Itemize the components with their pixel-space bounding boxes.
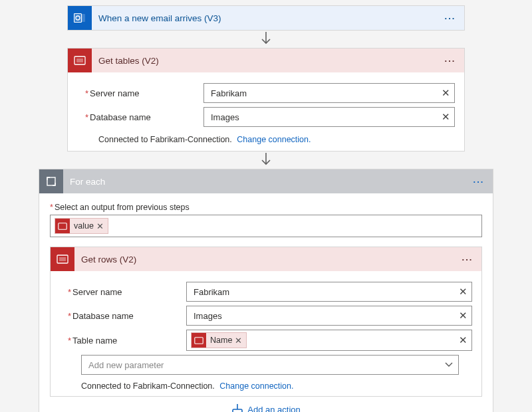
sql-icon [68, 49, 92, 72]
svg-rect-7 [47, 177, 55, 185]
server-name-label: Server name [72, 287, 122, 297]
foreach-header[interactable]: For each ··· [39, 169, 493, 193]
get-rows-title: Get rows (V2) [74, 255, 458, 264]
get-tables-menu-icon[interactable]: ··· [440, 56, 460, 66]
server-name-row: *Server name Fabrikam ✕ [60, 282, 472, 302]
arrow-icon [260, 152, 272, 169]
table-name-label: Table name [72, 336, 117, 346]
clear-icon[interactable]: ✕ [442, 111, 450, 123]
add-parameter-dropdown[interactable]: Add new parameter [81, 355, 459, 375]
server-name-label: Server name [90, 88, 139, 98]
trigger-header[interactable]: When a new email arrives (V3) ··· [68, 6, 464, 30]
connection-status: Connected to Fabrikam-Connection. Change… [77, 131, 455, 146]
database-name-row: *Database name Images ✕ [77, 107, 455, 127]
get-rows-card: Get rows (V2) ··· *Server name Fabrikam … [50, 247, 482, 397]
output-input[interactable]: value ✕ [50, 215, 482, 237]
svg-rect-11 [195, 337, 203, 343]
remove-token-icon[interactable]: ✕ [96, 221, 104, 231]
database-name-row: *Database name Images ✕ [60, 306, 472, 326]
server-name-value: Fabrikam [194, 287, 459, 297]
add-parameter-label: Add new parameter [88, 360, 445, 370]
database-name-label: Database name [72, 311, 134, 321]
remove-token-icon[interactable]: ✕ [235, 336, 242, 346]
change-connection-link[interactable]: Change connection. [237, 135, 311, 144]
clear-icon[interactable]: ✕ [459, 310, 467, 322]
get-tables-header[interactable]: Get tables (V2) ··· [68, 49, 464, 72]
add-action-label: Add an action [247, 405, 301, 413]
foreach-menu-icon[interactable]: ··· [469, 177, 489, 187]
server-name-row: *Server name Fabrikam ✕ [77, 83, 455, 103]
database-name-value: Images [194, 311, 459, 321]
chevron-down-icon [445, 362, 453, 367]
arrow-icon [260, 31, 272, 48]
svg-rect-5 [76, 58, 83, 62]
get-tables-card: Get tables (V2) ··· *Server name Fabrika… [67, 48, 465, 152]
svg-rect-10 [59, 257, 66, 261]
trigger-title: When a new email arrives (V3) [92, 13, 440, 23]
foreach-card: For each ··· *Select an output from prev… [39, 169, 493, 412]
sql-icon [55, 219, 70, 233]
change-connection-link[interactable]: Change connection. [219, 381, 293, 391]
svg-rect-8 [59, 223, 66, 229]
table-name-input[interactable]: Name ✕ ✕ [186, 330, 472, 351]
loop-icon [39, 169, 63, 193]
clear-icon[interactable]: ✕ [459, 286, 467, 298]
add-action-icon [231, 403, 243, 412]
value-token[interactable]: value ✕ [55, 218, 108, 234]
database-name-input[interactable]: Images ✕ [186, 306, 472, 326]
database-name-value: Images [211, 112, 442, 122]
get-rows-header[interactable]: Get rows (V2) ··· [51, 247, 481, 271]
outlook-icon [68, 6, 92, 30]
database-name-label: Database name [90, 112, 151, 122]
get-rows-menu-icon[interactable]: ··· [458, 255, 477, 264]
server-name-value: Fabrikam [211, 88, 442, 98]
trigger-menu-icon[interactable]: ··· [440, 13, 460, 23]
name-token[interactable]: Name ✕ [191, 332, 247, 348]
database-name-input[interactable]: Images ✕ [203, 107, 455, 127]
sql-icon [51, 247, 74, 271]
name-token-label: Name [210, 336, 232, 345]
output-label: *Select an output from previous steps [50, 203, 482, 212]
foreach-title: For each [63, 177, 469, 187]
trigger-card[interactable]: When a new email arrives (V3) ··· [67, 5, 465, 31]
get-tables-title: Get tables (V2) [92, 56, 440, 66]
connection-status: Connected to Fabrikam-Connection. Change… [60, 377, 472, 392]
add-action-button[interactable]: Add an action [50, 403, 482, 412]
server-name-input[interactable]: Fabrikam ✕ [186, 282, 472, 302]
sql-icon [192, 333, 206, 348]
server-name-input[interactable]: Fabrikam ✕ [203, 83, 455, 103]
table-name-row: *Table name Name ✕ ✕ [60, 330, 472, 351]
clear-icon[interactable]: ✕ [442, 87, 450, 99]
clear-icon[interactable]: ✕ [459, 334, 467, 346]
svg-rect-13 [233, 409, 242, 412]
value-token-label: value [74, 221, 94, 231]
